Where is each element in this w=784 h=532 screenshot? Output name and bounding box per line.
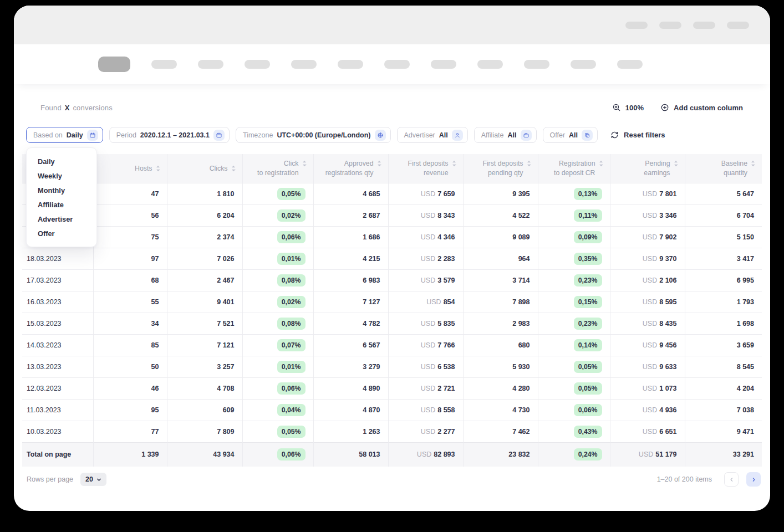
cell-value: 7 809 <box>217 428 234 436</box>
currency-prefix: USD <box>643 341 657 349</box>
cell-pending_earnings: USD8 595 <box>610 291 685 313</box>
dropdown-item-weekly[interactable]: Weekly <box>27 168 96 183</box>
cell-total-label: Total on page <box>22 442 93 467</box>
sort-icon[interactable] <box>527 160 531 167</box>
column-header-click_to_reg[interactable]: Clickto registration <box>242 154 313 183</box>
column-header-line2: earnings <box>610 169 685 177</box>
nav-pill[interactable] <box>151 60 177 69</box>
cell-hosts: 95 <box>93 399 167 421</box>
cell-reg_to_dep: 0,09% <box>538 226 610 248</box>
sort-icon[interactable] <box>302 160 307 167</box>
column-header-hosts[interactable]: Hosts <box>93 154 167 183</box>
cell-fd_revenue: USD2 721 <box>388 377 463 399</box>
briefcase-icon <box>521 130 532 141</box>
cell-pending_earnings: USD2 106 <box>610 269 685 291</box>
currency-prefix: USD <box>643 255 657 263</box>
column-header-pending_earnings[interactable]: Pendingearnings <box>610 154 685 183</box>
cell-value: 34 <box>151 320 159 328</box>
cell-approved_qty: 1 686 <box>313 226 388 248</box>
sort-icon[interactable] <box>599 160 603 167</box>
dropdown-item-affiliate[interactable]: Affiliate <box>27 197 96 212</box>
found-conversions-text: Found X conversions <box>40 104 113 112</box>
percent-badge: 0,02% <box>277 296 306 308</box>
filter-chip-label: Advertiser <box>404 131 435 139</box>
nav-pill[interactable] <box>245 60 270 69</box>
currency-prefix: USD <box>643 406 657 414</box>
cell-fd_revenue: USD3 579 <box>388 269 463 291</box>
cell-date: 17.03.2023 <box>22 269 93 291</box>
cell-value: 7 659 <box>437 190 455 198</box>
table-row: 17.03.2023682 4670,08%6 983USD3 5793 714… <box>22 269 762 291</box>
nav-pill-active[interactable] <box>98 57 130 72</box>
dropdown-item-monthly[interactable]: Monthly <box>27 183 96 197</box>
dropdown-item-advertiser[interactable]: Advertiser <box>27 212 96 226</box>
nav-pill[interactable] <box>617 60 643 69</box>
column-header-fd_pending[interactable]: First depositspending qty <box>463 154 538 183</box>
column-header-clicks[interactable]: Clicks <box>167 154 242 183</box>
cell-value: 6 538 <box>437 363 455 371</box>
percent-badge: 0,06% <box>277 382 306 395</box>
cell-fd_pending: 7 898 <box>463 291 538 313</box>
percent-badge: 0,43% <box>574 426 602 438</box>
filter-chip-period[interactable]: Period2020.12.1 – 2021.03.1 <box>109 127 230 143</box>
filter-chip-timezone[interactable]: TimezoneUTC+00:00 (Europe/London) <box>236 127 391 143</box>
cell-value: 4 708 <box>217 385 234 392</box>
sort-icon[interactable] <box>231 165 236 172</box>
cell-approved_qty: 58 013 <box>313 442 388 467</box>
dropdown-item-daily[interactable]: Daily <box>27 154 96 168</box>
nav-pill[interactable] <box>291 60 317 69</box>
next-page-button[interactable] <box>746 472 761 487</box>
add-custom-column-button[interactable]: Add custom column <box>660 103 743 112</box>
cell-value: 95 <box>151 406 159 414</box>
column-header-line1: Approved <box>314 160 388 167</box>
rows-per-page-select[interactable]: 20 <box>80 473 106 486</box>
found-prefix: Found <box>40 104 62 112</box>
cell-approved_qty: 2 687 <box>313 204 388 226</box>
sort-icon[interactable] <box>674 160 678 167</box>
nav-pill[interactable] <box>524 60 549 69</box>
sort-icon[interactable] <box>156 165 160 172</box>
dropdown-item-offer[interactable]: Offer <box>27 226 96 241</box>
zoom-control[interactable]: 100% <box>612 103 644 112</box>
column-header-fd_revenue[interactable]: First depositsrevenue <box>388 154 463 183</box>
cell-value: 97 <box>151 255 159 263</box>
nav-pill[interactable] <box>338 60 363 69</box>
column-header-line1: Pending <box>610 160 685 167</box>
cell-value: 6 204 <box>217 212 234 219</box>
filter-chip-affiliate[interactable]: AffiliateAll <box>474 127 537 143</box>
filter-chip-offer[interactable]: OfferAll <box>543 127 598 143</box>
cell-value: 75 <box>151 233 159 241</box>
column-header-line1: Clicks <box>167 165 242 172</box>
cell-clicks: 3 257 <box>167 356 242 377</box>
nav-pill[interactable] <box>477 60 503 69</box>
cell-click_to_reg: 0,07% <box>242 334 313 356</box>
column-header-reg_to_dep[interactable]: Registrationto deposit CR <box>538 154 610 183</box>
sort-icon[interactable] <box>377 160 381 167</box>
filter-chip-based_on[interactable]: Based onDaily <box>26 127 103 143</box>
filter-chip-label: Period <box>116 131 136 139</box>
reset-filters-button[interactable]: Reset filters <box>610 131 665 139</box>
column-header-baseline[interactable]: Baselinequantity <box>685 154 762 183</box>
sort-icon[interactable] <box>751 160 755 167</box>
filter-chip-advertiser[interactable]: AdvertiserAll <box>397 127 468 143</box>
previous-page-button[interactable] <box>724 472 739 487</box>
cell-fd_revenue: USD2 283 <box>388 248 463 269</box>
cell-fd_pending: 9 395 <box>463 183 538 204</box>
currency-prefix: USD <box>421 255 435 263</box>
table-total-row: Total on page1 33943 9340,06%58 013USD82… <box>22 442 762 467</box>
nav-pill[interactable] <box>198 60 223 69</box>
nav-pill[interactable] <box>571 60 596 69</box>
cell-value: 2 467 <box>217 277 234 284</box>
cell-approved_qty: 1 263 <box>313 421 388 442</box>
cell-value: 50 <box>151 363 159 371</box>
cell-fd_pending: 4 522 <box>463 204 538 226</box>
sort-icon[interactable] <box>452 160 456 167</box>
nav-pill[interactable] <box>384 60 410 69</box>
cell-pending_earnings: USD9 456 <box>610 334 685 356</box>
percent-badge: 0,24% <box>574 448 602 461</box>
cell-click_to_reg: 0,01% <box>242 356 313 377</box>
column-header-approved_qty[interactable]: Approvedregistrations qty <box>313 154 388 183</box>
cell-pending_earnings: USD4 936 <box>610 399 685 421</box>
nav-pill[interactable] <box>431 60 456 69</box>
cell-click_to_reg: 0,08% <box>242 269 313 291</box>
